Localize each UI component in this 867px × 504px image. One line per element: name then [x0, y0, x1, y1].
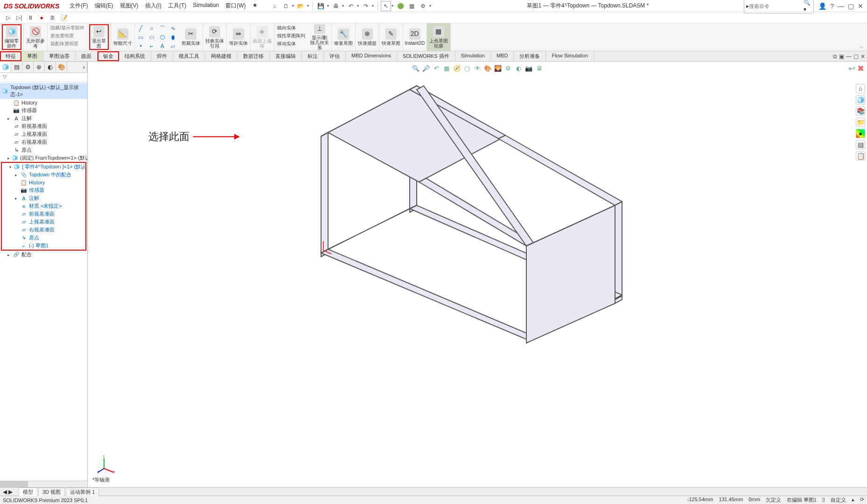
- tree-item[interactable]: ▱前视基准面: [2, 210, 85, 218]
- maximize-icon[interactable]: ▢: [848, 2, 854, 10]
- tab-data-migration[interactable]: 数据迁移: [238, 51, 270, 61]
- close-icon[interactable]: ✕: [858, 2, 863, 10]
- change-transparency-button[interactable]: 更改透明度: [49, 32, 85, 40]
- expand-icon[interactable]: ▸: [15, 173, 19, 177]
- status-reload-icon[interactable]: ⟳: [860, 497, 864, 504]
- tab-mbd[interactable]: MBD: [491, 51, 514, 61]
- undo-icon[interactable]: ↶: [346, 1, 356, 11]
- expand-icon[interactable]: ▸: [7, 252, 11, 257]
- tab-surface[interactable]: 曲面: [76, 51, 98, 61]
- display-manager-tab-icon[interactable]: ◐: [45, 62, 56, 72]
- select-icon[interactable]: ↖: [381, 1, 391, 11]
- menu-file[interactable]: 文件(F): [67, 1, 91, 11]
- tree-item[interactable]: ≡材质 <未指定>: [2, 202, 85, 210]
- display-style-icon[interactable]: ▢: [462, 63, 472, 73]
- offset-entities-button[interactable]: ⇔等距实体: [229, 24, 248, 50]
- feature-tree-tab-icon[interactable]: 🧊: [0, 62, 11, 72]
- settings-icon[interactable]: ⚙: [418, 1, 428, 11]
- window-restore-icon[interactable]: ⧉: [833, 53, 837, 60]
- tree-item[interactable]: ↳原点: [0, 146, 87, 154]
- graphics-area[interactable]: 🔍 🔎 ↶ ▦ 🧭 ▢ 👁 🎨 🌄 ⚙ ◐ 📷 🖥 ↩ ✖ ⌂ 🧊 📚 📁 ● …: [88, 62, 867, 487]
- arc-icon[interactable]: ⌒: [157, 24, 168, 33]
- file-explorer-icon[interactable]: 📁: [856, 118, 865, 127]
- menu-edit[interactable]: 编辑(E): [92, 1, 116, 11]
- trim-button[interactable]: ✂剪裁实体: [181, 24, 201, 50]
- apply-scene-icon[interactable]: 🌄: [493, 63, 503, 73]
- convert-entities-button[interactable]: ⟳转换实体引用: [205, 24, 224, 50]
- fillet-icon[interactable]: ⌐: [147, 42, 157, 50]
- tree-root[interactable]: 🧊 Topdown (默认) <默认_显示状态-1>: [0, 83, 87, 99]
- line-icon[interactable]: ╱: [136, 24, 146, 33]
- menu-insert[interactable]: 插入(I): [142, 1, 164, 11]
- tab-annotate[interactable]: 标注: [302, 51, 324, 61]
- circle-icon[interactable]: ○: [147, 24, 157, 33]
- tree-item[interactable]: ▱前视基准面: [0, 122, 87, 130]
- step-icon[interactable]: ▷|: [15, 14, 23, 22]
- tree-item[interactable]: ▸A注解: [0, 114, 87, 122]
- render-icon[interactable]: ◐: [514, 63, 523, 73]
- assembly-transparency-button[interactable]: 装配体透明度: [49, 40, 85, 48]
- window-min-icon[interactable]: —: [846, 53, 852, 60]
- tree-item[interactable]: ▱上视基准面: [2, 218, 85, 226]
- edit-component-button[interactable]: 🧊 编辑零部件: [2, 24, 21, 50]
- prev-view-icon[interactable]: ↶: [432, 63, 441, 73]
- rapid-sketch-button[interactable]: ✎快速草图: [381, 24, 401, 50]
- play-icon[interactable]: ▷: [4, 14, 12, 22]
- linear-pattern-button[interactable]: 线性草图阵列: [276, 32, 306, 40]
- tab-3d-views[interactable]: 3D 视图: [38, 488, 65, 496]
- exit-sketch-button[interactable]: ↩ 退出草图: [89, 24, 109, 50]
- surface-offset-button[interactable]: ◈曲面上偏移: [252, 24, 272, 50]
- tree-item[interactable]: ▱右视基准面: [2, 226, 85, 234]
- status-custom[interactable]: 自定义: [831, 497, 846, 504]
- tab-weldments[interactable]: 焊件: [151, 51, 173, 61]
- tree-item[interactable]: ▸📎Topdown 中的配合: [2, 171, 85, 179]
- search-dropdown-icon[interactable]: 🔍▾: [804, 0, 811, 13]
- zoom-area-icon[interactable]: 🔎: [421, 63, 431, 73]
- tab-evaluate[interactable]: 评估: [324, 51, 346, 61]
- tab-mesh[interactable]: 网格建模: [205, 51, 238, 61]
- tree-item-part[interactable]: ▾ 🧊 [ 零件4^Topdown ]<1> (默认 <‹: [2, 163, 85, 171]
- collapse-ribbon-icon[interactable]: ︿: [860, 43, 864, 50]
- tree-item[interactable]: 📷传感器: [2, 186, 85, 194]
- quick-snap-button[interactable]: ⊕快速捕捉: [357, 24, 377, 50]
- zoom-fit-icon[interactable]: 🔍: [411, 63, 420, 73]
- edit-appearance-icon[interactable]: 🎨: [483, 63, 492, 73]
- window-close-icon[interactable]: ✕: [860, 53, 865, 60]
- menu-view[interactable]: 视图(V): [117, 1, 141, 11]
- tree-item[interactable]: ▸A注解: [2, 194, 85, 202]
- status-chevron-icon[interactable]: ▴: [852, 497, 854, 504]
- text-icon[interactable]: A: [157, 42, 168, 50]
- cancel-sketch-icon[interactable]: ✖: [857, 63, 864, 74]
- tree-item[interactable]: ▱右视基准面: [0, 138, 87, 146]
- home-icon[interactable]: ⌂: [270, 1, 280, 11]
- point-icon[interactable]: •: [136, 42, 146, 50]
- camera-icon[interactable]: 📷: [524, 63, 533, 73]
- expand-icon[interactable]: ▸: [15, 196, 19, 201]
- menu-simulation[interactable]: Simulation: [190, 1, 222, 11]
- config-manager-tab-icon[interactable]: ⚙: [22, 62, 34, 72]
- menu-tools[interactable]: 工具(T): [165, 1, 189, 11]
- hide-show-components-button[interactable]: 隐藏/显示零部件: [49, 24, 85, 32]
- view-orientation-icon[interactable]: 🧭: [452, 63, 461, 73]
- macro-new-icon[interactable]: 🗎: [49, 14, 57, 22]
- appearance-tab-icon[interactable]: 🎨: [56, 62, 67, 72]
- tab-model[interactable]: 模型: [19, 488, 37, 496]
- redo-icon[interactable]: ↷: [361, 1, 371, 11]
- status-unit-icon[interactable]: ▯: [822, 497, 825, 504]
- tree-item-mates[interactable]: ▸ 🔗 配合: [0, 251, 87, 259]
- window-max-icon[interactable]: ▢: [853, 53, 859, 60]
- hide-show-icon[interactable]: 👁: [473, 63, 482, 73]
- view-palette-icon[interactable]: ●: [856, 129, 865, 138]
- polygon-icon[interactable]: ⬡: [157, 33, 168, 42]
- design-library-icon[interactable]: 📚: [856, 106, 865, 116]
- traffic-light-icon[interactable]: 🟢: [396, 1, 406, 11]
- tree-item[interactable]: ⌐(-) 草图1: [2, 242, 85, 250]
- record-icon[interactable]: ●: [37, 14, 46, 22]
- shaded-sketch-button[interactable]: ▩上色草图轮廓: [429, 24, 448, 50]
- tab-sketch[interactable]: 草图: [21, 51, 43, 61]
- orientation-triad[interactable]: Y X Z: [97, 455, 116, 473]
- expand-icon[interactable]: ▸: [7, 156, 10, 161]
- search-box[interactable]: ▸ 🔍▾: [744, 0, 814, 14]
- tab-mold[interactable]: 模具工具: [173, 51, 205, 61]
- search-input[interactable]: [749, 3, 804, 9]
